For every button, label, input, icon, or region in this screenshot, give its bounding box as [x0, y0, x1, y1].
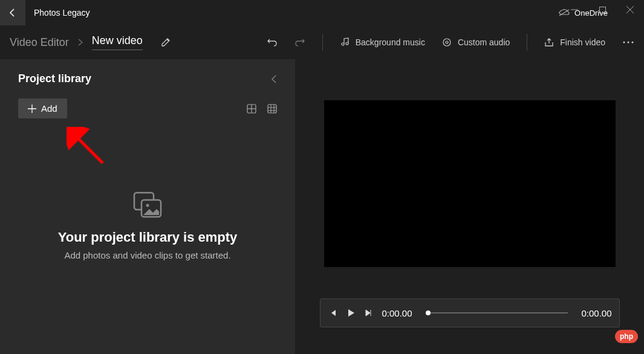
php-badge: php	[615, 330, 638, 343]
plus-icon	[28, 105, 36, 113]
project-library-panel: Project library Add	[0, 59, 295, 354]
view-large-button[interactable]	[247, 104, 256, 114]
custom-audio-label: Custom audio	[458, 37, 510, 47]
step-back-icon	[328, 308, 337, 318]
svg-point-2	[443, 39, 450, 46]
custom-audio-button[interactable]: Custom audio	[442, 37, 510, 47]
more-button[interactable]	[622, 40, 634, 44]
grid-large-icon	[247, 104, 256, 114]
empty-title: Your project library is empty	[18, 230, 277, 245]
svg-point-4	[623, 42, 625, 43]
finish-label: Finish video	[560, 37, 605, 47]
breadcrumb: Video Editor New video	[10, 34, 171, 50]
player-controls: 0:00.00 0:00.00	[320, 298, 620, 327]
video-canvas[interactable]	[324, 100, 616, 267]
undo-icon	[267, 37, 278, 48]
total-time: 0:00.00	[581, 308, 611, 318]
empty-subtitle: Add photos and video clips to get starte…	[18, 250, 277, 260]
current-time: 0:00.00	[382, 308, 412, 318]
grid-small-icon	[267, 104, 277, 114]
breadcrumb-parent[interactable]: Video Editor	[10, 36, 69, 49]
svg-point-5	[628, 42, 629, 43]
export-icon	[544, 37, 554, 47]
chevron-left-icon	[271, 75, 277, 83]
add-label: Add	[41, 103, 57, 114]
play-icon	[346, 308, 356, 318]
close-button[interactable]	[616, 0, 644, 19]
next-frame-button[interactable]	[364, 308, 374, 318]
divider	[322, 34, 323, 51]
svg-rect-10	[268, 105, 276, 113]
pencil-icon	[161, 37, 171, 47]
svg-point-17	[146, 204, 149, 207]
audio-icon	[442, 37, 452, 47]
back-button[interactable]	[0, 0, 25, 25]
preview-panel: 0:00.00 0:00.00	[295, 59, 644, 354]
prev-frame-button[interactable]	[328, 308, 337, 318]
rename-button[interactable]	[161, 37, 171, 47]
minimize-button[interactable]	[561, 0, 588, 19]
svg-point-3	[446, 41, 448, 43]
arrow-left-icon	[8, 8, 18, 18]
more-icon	[622, 40, 634, 44]
redo-icon	[294, 37, 305, 48]
bg-music-label: Background music	[356, 37, 425, 47]
close-icon	[626, 6, 634, 13]
step-forward-icon	[364, 308, 374, 318]
minimize-icon	[571, 6, 578, 13]
svg-rect-1	[599, 7, 605, 13]
scrubber[interactable]	[426, 312, 568, 314]
undo-button[interactable]	[267, 37, 278, 48]
view-small-button[interactable]	[267, 104, 277, 114]
play-button[interactable]	[346, 308, 356, 318]
maximize-icon	[599, 7, 606, 13]
project-library-title: Project library	[18, 72, 91, 85]
collapse-button[interactable]	[271, 75, 277, 83]
divider	[527, 34, 527, 51]
music-icon	[340, 37, 350, 47]
empty-state: Your project library is empty Add photos…	[18, 191, 277, 260]
chevron-right-icon	[77, 39, 83, 46]
background-music-button[interactable]: Background music	[340, 37, 425, 47]
breadcrumb-current[interactable]: New video	[92, 34, 143, 50]
app-title: Photos Legacy	[34, 8, 559, 18]
maximize-button[interactable]	[588, 0, 616, 19]
redo-button[interactable]	[294, 37, 305, 48]
add-button[interactable]: Add	[18, 98, 67, 118]
svg-point-6	[632, 42, 634, 43]
scrubber-handle[interactable]	[426, 311, 431, 315]
photos-empty-icon	[132, 191, 163, 219]
finish-video-button[interactable]: Finish video	[544, 37, 605, 47]
